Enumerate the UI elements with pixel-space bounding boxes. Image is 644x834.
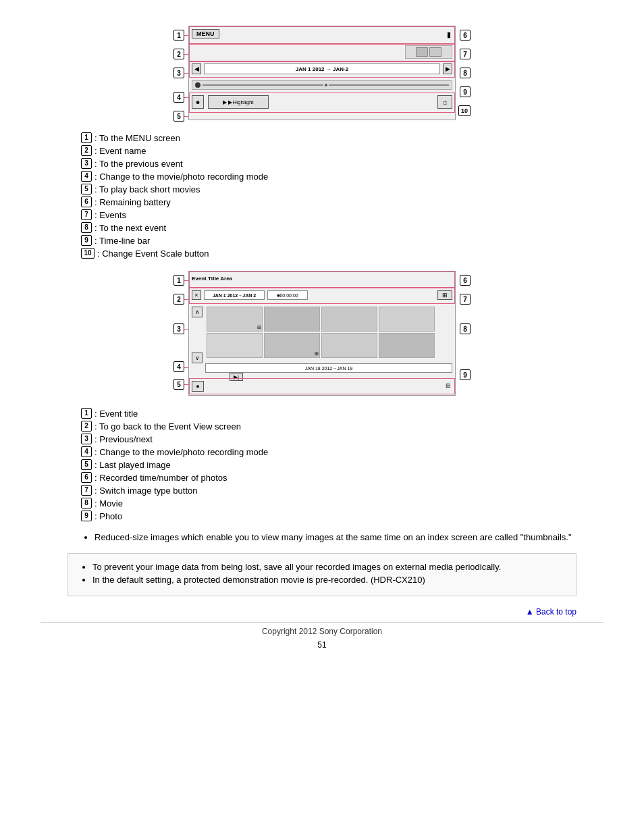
item-2-7-text: : Switch image type button [95,486,197,496]
badge2-1: 1 [81,408,92,419]
item-2-8-text: : Movie [95,498,123,509]
switch-btn: ⊞ [437,290,452,300]
timeline-bar [192,80,452,90]
diag2-rec-btn: ● [192,381,204,392]
bullet-note-list: Reduced-size images which enable you to … [95,532,603,542]
item-2-9-text: : Photo [95,511,122,521]
page: 1 2 3 4 5 6 7 8 9 10 MENU [0,0,644,663]
badge2-7: 7 [81,485,92,496]
next-btn: ∨ [192,353,203,363]
item-1-7-text: : Events [95,210,126,220]
note-item-1: To prevent your image data from being lo… [92,562,565,572]
item-2-7: 7 : Switch image type button [81,485,603,496]
item-2-9: 9 : Photo [81,511,603,521]
item-2-1-text: : Event title [95,409,138,419]
item-1-10: 10 : Change Event Scale button [81,248,603,259]
diag2-label-3: 3 [173,323,184,334]
item-1-9: 9 : Time-line bar [81,235,603,246]
highlight-btn: ▶▶Highlight [208,95,269,109]
badge2-6: 6 [81,472,92,483]
menu-btn: MENU [192,29,219,38]
item-1-4: 4 : Change to the movie/photo recording … [81,171,603,182]
note-list: To prevent your image data from being lo… [92,562,565,585]
diag1-label-9: 9 [460,86,471,97]
item-2-3-text: : Previous/next [95,434,153,444]
item-2-2: 2 : To go back to the Event View screen [81,421,603,432]
item-1-5: 5 : To play back short movies [81,184,603,194]
diag2-label-4: 4 [173,361,184,372]
badge-7: 7 [81,209,92,220]
item-2-1: 1 : Event title [81,408,603,419]
diag2-label-6: 6 [460,275,471,286]
diag1-label-4: 4 [173,92,184,103]
item-1-10-text: : Change Event Scale button [97,249,209,259]
items-list-2: 1 : Event title 2 : To go back to the Ev… [81,408,603,521]
badge2-3: 3 [81,434,92,444]
badge-6: 6 [81,197,92,207]
close-btn: × [192,290,201,300]
date-range: JAN 1 2012 → JAN-2 [204,63,440,74]
item-2-4-text: : Change to the movie/photo recording mo… [95,447,268,457]
diag2-label-9: 9 [460,369,471,380]
item-2-5-text: : Last played image [95,460,171,470]
item-1-6: 6 : Remaining battery [81,197,603,207]
item-1-3-text: : To the previous event [95,159,183,169]
item-1-3: 3 : To the previous event [81,158,603,169]
item-1-7: 7 : Events [81,209,603,220]
item-1-4-text: : Change to the movie/photo recording mo… [95,172,268,182]
items-list-1: 1 : To the MENU screen 2 : Event name 3 … [81,132,603,259]
item-2-3: 3 : Previous/next [81,434,603,444]
item-1-9-text: : Time-line bar [95,236,150,246]
diagram1-container: 1 2 3 4 5 6 7 8 9 10 MENU [41,24,603,126]
item-1-8-text: : To the next event [95,223,166,233]
battery-icon: ▮ [447,30,451,39]
item-2-4: 4 : Change to the movie/photo recording … [81,446,603,457]
badge2-8: 8 [81,498,92,509]
diag2-label-2: 2 [173,294,184,305]
diag2-label-7: 7 [460,294,471,305]
page-number: 51 [41,640,603,650]
item-1-5-text: : To play back short movies [95,184,200,194]
diag1-label-10: 10 [458,105,471,116]
item-2-5: 5 : Last played image [81,459,603,470]
note-box: To prevent your image data from being lo… [68,553,576,596]
badge-3: 3 [81,158,92,169]
badge-2: 2 [81,145,92,156]
diag2-title: Event Title Area [192,276,232,282]
prev-event-btn: ◀ [192,63,201,74]
badge-5: 5 [81,184,92,194]
diag1-label-2: 2 [173,49,184,59]
thumbnails [405,45,452,59]
next-event-btn: ▶ [443,63,452,74]
scale-btn: ☼ [437,95,452,109]
item-2-2-text: : To go back to the Event View screen [95,421,241,432]
footer: Copyright 2012 Sony Corporation [41,622,603,636]
bullet-note-item: Reduced-size images which enable you to … [95,532,603,542]
item-1-1: 1 : To the MENU screen [81,132,603,143]
item-1-2: 2 : Event name [81,145,603,156]
note-item-2: In the default setting, a protected demo… [92,575,565,585]
back-to-top-link[interactable]: ▲ Back to top [526,607,576,617]
badge2-9: 9 [81,511,92,521]
item-1-2-text: : Event name [95,146,146,156]
diag2-date2: JAN 18 2012→JAN 19 [205,363,452,373]
diag2-label-8: 8 [460,323,471,334]
diagram2-container: 1 2 3 4 5 6 7 8 9 Event Title Area × JAN… [41,269,603,401]
diag2-label-1: 1 [173,275,184,286]
badge-4: 4 [81,171,92,182]
back-to-top[interactable]: ▲ Back to top [41,607,576,617]
badge2-5: 5 [81,459,92,470]
diag2-time: ■00:00:00 [267,290,308,300]
prev-btn: ∧ [192,307,203,317]
badge2-2: 2 [81,421,92,432]
diag1-label-3: 3 [173,68,184,78]
item-1-1-text: : To the MENU screen [95,133,180,143]
badge-9: 9 [81,235,92,246]
badge-10: 10 [81,248,95,259]
diag1-label-5: 5 [173,111,184,122]
badge2-4: 4 [81,446,92,457]
diag2-date: JAN 1 2012→JAN 2 [204,290,265,300]
diag2-label-5: 5 [173,379,184,390]
item-2-8: 8 : Movie [81,498,603,509]
diag2-photo-icon: ⊞ [446,382,451,389]
